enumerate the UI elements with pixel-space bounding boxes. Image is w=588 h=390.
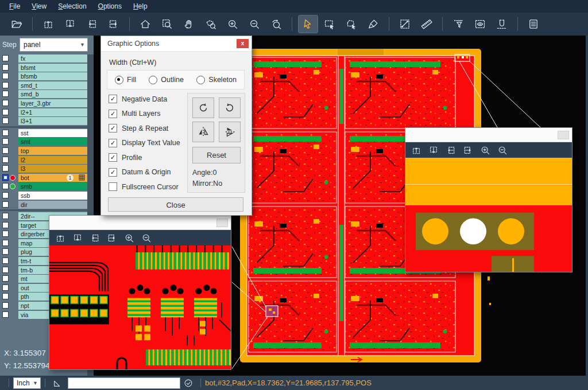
open-folder-button[interactable] bbox=[7, 15, 26, 33]
layer-checkbox[interactable] bbox=[2, 165, 9, 171]
pan-right-button[interactable] bbox=[104, 232, 119, 244]
filter-button[interactable] bbox=[449, 15, 468, 33]
zoom-out-button[interactable] bbox=[494, 144, 510, 157]
pan-right-button[interactable] bbox=[105, 15, 123, 33]
preview-title-bar[interactable] bbox=[405, 128, 572, 142]
layer-checkbox[interactable] bbox=[2, 174, 9, 181]
checkbox-negative-data[interactable]: ✓ Negative Data bbox=[109, 92, 180, 107]
zoom-object-button[interactable] bbox=[202, 15, 220, 33]
zoom-previous-button[interactable] bbox=[267, 15, 286, 33]
layer-checkbox[interactable] bbox=[2, 138, 9, 145]
checkbox-datum-origin[interactable]: ✓ Datum & Origin bbox=[109, 165, 180, 180]
layer-checkbox[interactable] bbox=[2, 183, 9, 189]
select-arrow-button[interactable] bbox=[299, 15, 318, 33]
pan-right-button[interactable] bbox=[460, 144, 475, 157]
layer-checkbox[interactable] bbox=[2, 91, 9, 97]
layer-name[interactable]: layer_3.gbr bbox=[18, 99, 87, 107]
layer-checkbox[interactable] bbox=[2, 109, 9, 115]
layer-checkbox[interactable] bbox=[2, 302, 9, 309]
layer-checkbox[interactable] bbox=[2, 192, 9, 198]
preview-viewport[interactable] bbox=[405, 158, 572, 272]
reset-button[interactable]: Reset bbox=[192, 147, 241, 163]
pan-hand-button[interactable] bbox=[180, 15, 199, 33]
ruler-button[interactable] bbox=[417, 15, 436, 33]
pan-down-button[interactable] bbox=[425, 144, 441, 157]
menu-view[interactable]: View bbox=[26, 1, 52, 12]
zoom-in-button[interactable] bbox=[121, 232, 137, 244]
pan-up-button[interactable] bbox=[52, 232, 68, 244]
preview-title-bar[interactable] bbox=[49, 216, 231, 230]
layer-checkbox[interactable] bbox=[2, 82, 9, 88]
checkbox-multi-layers[interactable]: ✓ Multi Layers bbox=[109, 107, 180, 122]
checkbox-step-repeat[interactable]: ✓ Step & Repeat bbox=[109, 121, 180, 136]
zoom-out-button[interactable] bbox=[138, 232, 154, 244]
rect-select-button[interactable] bbox=[320, 15, 339, 33]
checkbox-fullscreen-cursor[interactable]: Fullscreen Cursor bbox=[109, 180, 180, 194]
layer-checkbox[interactable] bbox=[2, 222, 9, 228]
layer-checkbox[interactable] bbox=[2, 64, 9, 71]
rotate-ccw-button[interactable] bbox=[219, 98, 241, 118]
snap-button[interactable] bbox=[493, 15, 512, 33]
brush-button[interactable] bbox=[364, 15, 383, 33]
layer-checkbox[interactable] bbox=[2, 311, 9, 318]
report-button[interactable] bbox=[524, 15, 543, 33]
pan-up-button[interactable] bbox=[39, 15, 58, 33]
pan-left-button[interactable] bbox=[443, 144, 458, 157]
layer-checkbox[interactable] bbox=[2, 100, 9, 106]
checkbox-display-text-value[interactable]: ✓ Display Text Value bbox=[109, 136, 180, 151]
home-button[interactable] bbox=[136, 15, 155, 33]
layer-checkbox[interactable] bbox=[2, 147, 9, 154]
layer-name[interactable]: ssb bbox=[18, 192, 87, 200]
zoom-out-button[interactable] bbox=[245, 15, 264, 33]
layer-name[interactable]: l3+1 bbox=[18, 117, 87, 125]
layer-checkbox[interactable] bbox=[2, 284, 9, 291]
layer-name[interactable]: smb bbox=[18, 182, 87, 190]
layer-checkbox[interactable] bbox=[2, 248, 9, 255]
layer-name[interactable]: l3 bbox=[18, 165, 87, 173]
preview-viewport[interactable] bbox=[49, 245, 231, 369]
preview-menu-button[interactable] bbox=[558, 131, 569, 139]
step-select[interactable]: panel ▼ bbox=[20, 38, 88, 52]
menu-help[interactable]: Help bbox=[127, 1, 153, 12]
poly-select-button[interactable] bbox=[342, 15, 361, 33]
close-icon[interactable]: x bbox=[237, 39, 249, 48]
checkbox-profile[interactable]: ✓ Profile bbox=[109, 150, 180, 165]
rotate-cw-button[interactable] bbox=[192, 98, 214, 118]
layer-name[interactable]: dir bbox=[18, 201, 87, 209]
pan-up-button[interactable] bbox=[408, 144, 424, 157]
layer-checkbox[interactable] bbox=[2, 293, 9, 299]
layer-name[interactable]: bfsmb bbox=[18, 72, 87, 80]
layer-name[interactable]: top bbox=[18, 147, 87, 155]
menu-options[interactable]: Options bbox=[92, 1, 127, 12]
pan-down-button[interactable] bbox=[69, 232, 85, 244]
layer-name[interactable]: fx bbox=[18, 54, 87, 63]
flip-horizontal-button[interactable] bbox=[192, 122, 214, 142]
layer-name[interactable]: smd_b bbox=[18, 90, 87, 98]
measure-button[interactable] bbox=[396, 15, 415, 33]
menu-file[interactable]: File bbox=[3, 1, 26, 12]
command-input[interactable] bbox=[68, 377, 180, 389]
zoom-window-button[interactable] bbox=[158, 15, 177, 33]
layer-checkbox[interactable] bbox=[2, 213, 9, 219]
view-region-button[interactable] bbox=[471, 15, 490, 33]
pan-left-button[interactable] bbox=[87, 232, 102, 244]
layer-checkbox[interactable] bbox=[2, 73, 9, 79]
layer-checkbox[interactable] bbox=[2, 118, 9, 124]
close-button[interactable]: Close bbox=[108, 197, 243, 212]
preview-menu-button[interactable] bbox=[216, 219, 228, 227]
layer-name[interactable]: bot1 bbox=[18, 174, 87, 182]
flip-vertical-button[interactable] bbox=[219, 122, 241, 142]
layer-name[interactable]: l2+1 bbox=[18, 108, 87, 116]
layer-name[interactable]: smd_t bbox=[18, 81, 87, 89]
layer-checkbox[interactable] bbox=[2, 201, 9, 208]
menu-selection[interactable]: Selection bbox=[52, 1, 92, 12]
unit-select[interactable]: Inch ▼ bbox=[13, 377, 41, 389]
apply-button[interactable] bbox=[183, 378, 194, 388]
layer-name[interactable]: sst bbox=[18, 129, 87, 137]
layer-checkbox[interactable] bbox=[2, 55, 9, 61]
layer-checkbox[interactable] bbox=[2, 275, 9, 282]
pan-down-button[interactable] bbox=[61, 15, 80, 33]
layer-name[interactable]: smt bbox=[18, 138, 87, 146]
layer-checkbox[interactable] bbox=[2, 130, 9, 136]
pan-left-button[interactable] bbox=[83, 15, 102, 33]
